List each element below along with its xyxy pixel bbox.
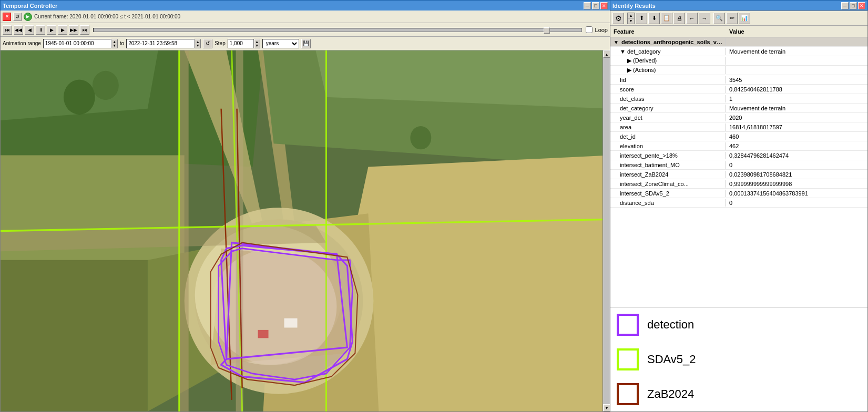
field-name-det-category-main: ▼ det_category: [610, 48, 726, 55]
table-row[interactable]: intersect_ZaB2024 0,023980981708684821: [610, 170, 867, 179]
map-scrollbar[interactable]: ▲ ▼: [603, 50, 610, 411]
table-row[interactable]: year_det 2020: [610, 113, 867, 122]
temporal-minimize-btn[interactable]: ─: [584, 2, 591, 9]
range-from-spin[interactable]: ▲▼: [111, 39, 118, 48]
identify-maximize-btn[interactable]: □: [850, 2, 857, 9]
field-value-det-category-main: Mouvement de terrain: [726, 48, 867, 55]
table-row[interactable]: intersect_pente_>18% 0,32844796281462474: [610, 151, 867, 160]
svg-rect-32: [284, 318, 298, 328]
forward-btn[interactable]: ▶: [58, 25, 67, 35]
copy-btn[interactable]: 📋: [661, 13, 672, 24]
table-row[interactable]: elevation 462: [610, 141, 867, 151]
feature-table: ▼ detections_anthropogenic_soils_vaud [3…: [610, 37, 867, 307]
map-view[interactable]: ▲ ▼: [1, 50, 610, 411]
table-row[interactable]: score 0,842540462811788: [610, 85, 867, 94]
svg-rect-31: [258, 330, 269, 338]
temporal-close-btn[interactable]: ✕: [600, 2, 608, 9]
skip-end-btn[interactable]: ⏭: [80, 25, 89, 35]
identify-results-title: Identify Results: [612, 3, 656, 9]
settings-btn[interactable]: ⚙: [612, 13, 624, 24]
svg-point-20: [64, 79, 95, 114]
loop-checkbox[interactable]: [586, 26, 593, 33]
feature-table-header: Feature Value: [610, 26, 867, 37]
pause-btn[interactable]: ⏸: [36, 25, 45, 35]
col-feature-header: Feature: [614, 28, 729, 35]
step-back-btn[interactable]: ◀◀: [14, 25, 23, 35]
field-value-elevation: 462: [726, 142, 867, 150]
reload-btn[interactable]: ↺: [13, 13, 22, 21]
back-btn[interactable]: ◀: [25, 25, 34, 35]
identify-minimize-btn[interactable]: ─: [841, 2, 849, 9]
table-row[interactable]: intersect_SDAv5_2 0,00013374156404863783…: [610, 189, 867, 198]
table-row[interactable]: ▶ (Derived): [610, 56, 867, 66]
table-row[interactable]: ▼ det_category Mouvement de terrain: [610, 47, 867, 56]
legend-box-detection: [617, 314, 639, 336]
field-value-intersect-batiment: 0: [726, 161, 867, 169]
scroll-up-btn[interactable]: ▲: [603, 50, 610, 58]
range-to-label: to: [120, 40, 124, 46]
scroll-down-btn[interactable]: ▼: [603, 404, 610, 411]
edit-btn[interactable]: ✏: [726, 13, 738, 24]
field-value-year-det: 2020: [726, 114, 867, 121]
field-value-intersect-zab: 0,023980981708684821: [726, 171, 867, 178]
table-row[interactable]: det_class 1: [610, 94, 867, 104]
field-name-score: score: [610, 86, 726, 93]
svg-point-21: [93, 71, 119, 100]
temporal-maximize-btn[interactable]: □: [592, 2, 599, 9]
field-name-derived: ▶ (Derived): [610, 57, 726, 65]
field-name-actions: ▶ (Actions): [610, 66, 726, 74]
field-name-intersect-zab: intersect_ZaB2024: [610, 171, 726, 178]
save-btn[interactable]: 💾: [301, 39, 311, 48]
refresh-btn[interactable]: ↺: [203, 39, 212, 48]
identify-results-panel: ⚙ ▲ ▼ ⬆ ⬇ 📋 🖨 ← → 🔍 ✏ 📊: [610, 11, 868, 412]
animation-range-bar: Animation range ▲▼ to ▲▼ ↺ Step ▲▼: [1, 37, 610, 50]
legend-item-detection: detection: [617, 314, 861, 336]
skip-start-btn[interactable]: ⏮: [3, 25, 12, 35]
print-btn[interactable]: 🖨: [673, 13, 685, 24]
col-value-header: Value: [729, 28, 864, 35]
forward-nav-btn[interactable]: →: [699, 13, 710, 24]
panel-scroll[interactable]: ▲ ▼: [627, 13, 635, 24]
svg-rect-34: [618, 349, 638, 369]
collapse-btn[interactable]: ⬇: [648, 13, 660, 24]
table-row[interactable]: distance_sda 0: [610, 198, 867, 208]
svg-rect-33: [618, 315, 638, 335]
range-to-input[interactable]: [126, 39, 195, 48]
field-name-area: area: [610, 123, 726, 131]
table-row[interactable]: area 16814,61818017597: [610, 122, 867, 132]
play-animation-btn[interactable]: ▶: [24, 13, 32, 21]
temporal-status-bar: ✕ ↺ ▶ Current frame: 2020-01-01 00:00:00…: [1, 11, 610, 23]
zoom-btn[interactable]: 🔍: [713, 13, 725, 24]
table-row[interactable]: fid 3545: [610, 75, 867, 85]
svg-point-22: [410, 126, 431, 149]
field-value-distance-sda: 0: [726, 199, 867, 207]
step-forward-btn[interactable]: ▶▶: [69, 25, 78, 35]
table-row[interactable]: det_id 460: [610, 132, 867, 141]
timeline-slider[interactable]: [93, 28, 582, 32]
table-row[interactable]: det_category Mouvement de terrain: [610, 104, 867, 113]
unit-select[interactable]: years months days hours: [262, 39, 299, 48]
layer-row[interactable]: ▼ detections_anthropogenic_soils_vaud [3…: [610, 37, 867, 47]
legend-label-zab2024: ZaB2024: [647, 387, 694, 401]
range-from-input[interactable]: [43, 39, 111, 48]
field-value-derived: [726, 60, 867, 61]
back-nav-btn[interactable]: ←: [686, 13, 698, 24]
identify-close-btn[interactable]: ✕: [858, 2, 865, 9]
svg-rect-8: [1, 260, 148, 411]
table-row[interactable]: intersect_batiment_MO 0: [610, 160, 867, 170]
layer-name-cell: ▼ detections_anthropogenic_soils_vaud [3…: [610, 38, 726, 46]
range-to-spin[interactable]: ▲▼: [195, 39, 201, 48]
field-value-score: 0,842540462811788: [726, 86, 867, 93]
table-btn[interactable]: 📊: [739, 13, 750, 24]
step-spin[interactable]: ▲▼: [254, 39, 260, 48]
play-btn[interactable]: ▶: [47, 25, 56, 35]
step-value-input[interactable]: [228, 39, 254, 48]
stop-btn[interactable]: ✕: [3, 13, 11, 21]
table-row[interactable]: intersect_ZoneClimat_co... 0,99999999999…: [610, 179, 867, 189]
svg-rect-35: [618, 384, 638, 404]
field-value-intersect-pente: 0,32844796281462474: [726, 152, 867, 159]
expand-btn[interactable]: ⬆: [636, 13, 647, 24]
legend-label-detection: detection: [647, 318, 694, 332]
playback-controls: ⏮ ◀◀ ◀ ⏸ ▶ ▶ ▶▶ ⏭ Loop: [1, 23, 610, 37]
table-row[interactable]: ▶ (Actions): [610, 66, 867, 75]
